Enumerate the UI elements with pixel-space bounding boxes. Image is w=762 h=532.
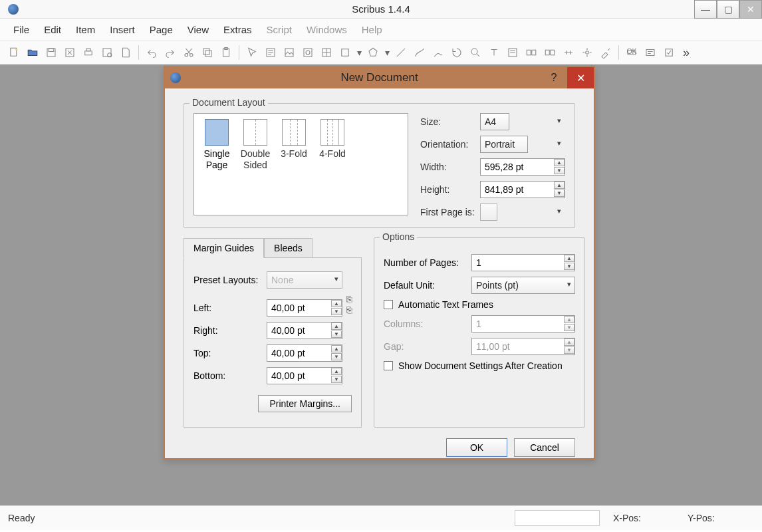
cut-icon[interactable]	[180, 44, 197, 61]
columns-label: Columns:	[384, 319, 465, 329]
svg-text:OK: OK	[626, 47, 636, 55]
firstpage-label: First Page is:	[420, 207, 476, 217]
layout-3-fold[interactable]: 3-Fold	[275, 118, 313, 160]
tab-bleeds[interactable]: Bleeds	[264, 238, 313, 258]
rotate-icon[interactable]	[448, 44, 465, 61]
toolbar-overflow-icon[interactable]: »	[683, 46, 690, 60]
status-field[interactable]	[515, 510, 600, 526]
shape-dropdown-icon[interactable]: ▾	[355, 44, 363, 61]
menu-insert[interactable]: Insert	[103, 21, 142, 38]
menu-file[interactable]: File	[7, 21, 36, 38]
pdf-button-icon[interactable]: OK	[623, 44, 640, 61]
link-frames-icon[interactable]	[523, 44, 540, 61]
numpages-input[interactable]	[471, 254, 575, 271]
layout-4-fold[interactable]: 4-Fold	[314, 118, 351, 160]
margin-link-icons[interactable]: ⎘⎘	[346, 294, 352, 390]
height-label: Height:	[420, 184, 476, 195]
select-icon[interactable]	[243, 44, 261, 61]
tab-margin-guides[interactable]: Margin Guides	[184, 238, 264, 258]
undo-icon[interactable]	[143, 44, 160, 61]
copy-icon[interactable]	[199, 44, 216, 61]
close-doc-icon[interactable]	[61, 44, 78, 61]
dialog-close-button[interactable]: ✕	[567, 67, 594, 88]
preset-label: Preset Layouts:	[193, 275, 260, 285]
svg-point-18	[306, 51, 310, 55]
export-pdf-icon[interactable]	[117, 44, 134, 61]
menu-page[interactable]: Page	[143, 21, 180, 38]
zoom-icon[interactable]	[467, 44, 484, 61]
window-controls: — ▢ ✕	[694, 0, 762, 19]
open-icon[interactable]	[24, 44, 41, 61]
table-icon[interactable]	[318, 44, 335, 61]
svg-point-27	[586, 51, 589, 55]
size-label: Size:	[420, 116, 476, 127]
height-up[interactable]: ▲	[554, 182, 565, 189]
dialog-help-button[interactable]: ?	[541, 67, 567, 88]
width-down[interactable]: ▼	[554, 167, 565, 174]
menu-script[interactable]: Script	[260, 21, 299, 38]
new-icon[interactable]	[5, 44, 23, 61]
layout-double-sided[interactable]: Double Sided	[237, 118, 274, 171]
size-select[interactable]: A4	[480, 113, 509, 130]
height-input[interactable]	[480, 181, 565, 198]
polygon-icon[interactable]	[364, 44, 382, 61]
pdf-checkbox-icon[interactable]	[660, 44, 678, 61]
auto-text-frames-checkbox[interactable]: Automatic Text Frames	[384, 299, 575, 310]
copy-props-icon[interactable]	[578, 44, 596, 61]
redo-icon[interactable]	[162, 44, 179, 61]
margin-tabs: Margin Guides Bleeds	[184, 237, 362, 257]
numpages-label: Number of Pages:	[384, 257, 465, 268]
canvas-area: New Document ? ✕ Document Layout Single …	[0, 65, 762, 505]
edit-text-icon[interactable]	[485, 44, 503, 61]
freehand-icon[interactable]	[430, 44, 447, 61]
show-settings-checkbox[interactable]: Show Document Settings After Creation	[384, 360, 575, 371]
shape-icon[interactable]	[336, 44, 354, 61]
menu-item[interactable]: Item	[69, 21, 102, 38]
unlink-frames-icon[interactable]	[541, 44, 559, 61]
menu-extras[interactable]: Extras	[217, 21, 259, 38]
image-frame-icon[interactable]	[281, 44, 298, 61]
cancel-button[interactable]: Cancel	[514, 438, 575, 457]
render-frame-icon[interactable]	[299, 44, 317, 61]
story-editor-icon[interactable]	[504, 44, 521, 61]
text-frame-icon[interactable]	[262, 44, 279, 61]
ypos-label: Y-Pos:	[688, 513, 754, 523]
paste-icon[interactable]	[217, 44, 235, 61]
ok-button[interactable]: OK	[446, 438, 507, 457]
maximize-button[interactable]: ▢	[717, 0, 739, 19]
right-label: Right:	[193, 325, 260, 336]
svg-rect-6	[86, 49, 90, 51]
bezier-icon[interactable]	[411, 44, 428, 61]
orientation-select[interactable]: Portrait	[480, 136, 528, 153]
eyedropper-icon[interactable]	[597, 44, 614, 61]
preset-select: None	[267, 271, 342, 289]
printer-margins-button[interactable]: Printer Margins...	[258, 395, 352, 412]
menu-windows[interactable]: Windows	[300, 21, 354, 38]
pdf-textfield-icon[interactable]	[642, 44, 659, 61]
gap-label: Gap:	[384, 341, 465, 352]
preflight-icon[interactable]	[98, 44, 116, 61]
doclayout-legend: Document Layout	[190, 97, 268, 108]
left-label: Left:	[193, 303, 260, 313]
width-input[interactable]	[480, 158, 565, 176]
minimize-button[interactable]: —	[694, 0, 717, 19]
svg-rect-23	[527, 50, 531, 55]
unit-select[interactable]: Points (pt)	[471, 277, 575, 294]
width-up[interactable]: ▲	[554, 159, 565, 166]
firstpage-select	[480, 203, 497, 221]
top-label: Top:	[193, 348, 260, 358]
height-down[interactable]: ▼	[554, 190, 565, 197]
svg-rect-26	[551, 50, 555, 55]
layout-single-page[interactable]: Single Page	[198, 118, 235, 171]
save-icon[interactable]	[43, 44, 60, 61]
unit-label: Default Unit:	[384, 280, 465, 291]
menu-edit[interactable]: Edit	[37, 21, 68, 38]
layout-list[interactable]: Single Page Double Sided 3-Fold 4-Fold	[193, 113, 408, 215]
polygon-dropdown-icon[interactable]: ▾	[383, 44, 391, 61]
menu-help[interactable]: Help	[355, 21, 389, 38]
print-icon[interactable]	[80, 44, 97, 61]
line-icon[interactable]	[392, 44, 410, 61]
menu-view[interactable]: View	[181, 21, 215, 38]
close-button[interactable]: ✕	[739, 0, 762, 19]
measurements-icon[interactable]	[560, 44, 577, 61]
